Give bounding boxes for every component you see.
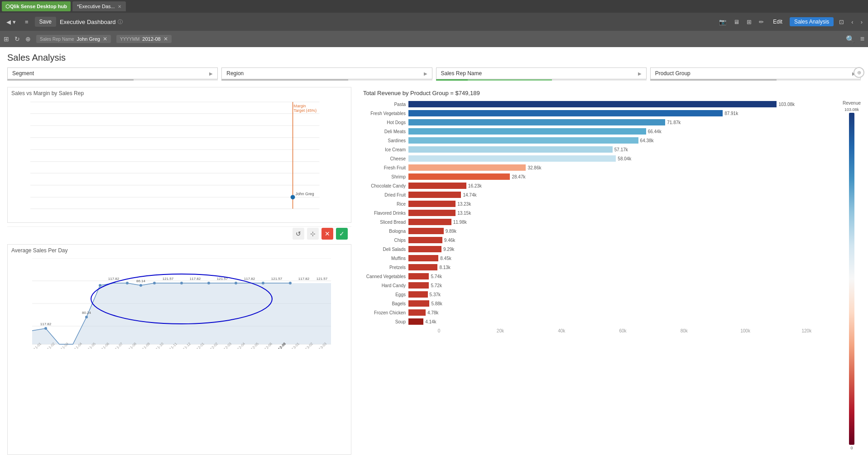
bar-value: 13.15k	[457, 211, 471, 216]
filter-search-icon[interactable]: 🔍	[846, 35, 855, 43]
salesrep-dropdown[interactable]: Sales Rep Name ▶	[436, 67, 647, 79]
hub-tab[interactable]: ⬡ Qlik Sense Desktop hub	[2, 1, 71, 11]
segment-dropdown[interactable]: Segment ▶	[7, 67, 218, 79]
scatter-chart-title: Sales vs Margin by Sales Rep	[8, 87, 351, 97]
filter-bar: ⊞ ↻ ⊕ Sales Rep Name John Greg ✕ YYYYMM …	[0, 31, 868, 47]
svg-text:2011-03: 2011-03	[57, 342, 70, 349]
cancel-annotation-button[interactable]: ✕	[321, 228, 333, 240]
bar-row: Deli Meats66.44k	[359, 127, 837, 135]
grid-icon[interactable]: ⊞	[745, 17, 753, 27]
menu-button[interactable]: ≡	[22, 17, 31, 27]
bar-chart-scroll[interactable]: Pasta103.08kFresh Vegetables87.91kHot Do…	[359, 99, 839, 455]
svg-text:117.82: 117.82	[108, 277, 120, 281]
bar-row: Sardines64.38k	[359, 136, 837, 144]
avg-sales-title: Average Sales Per Day	[8, 245, 351, 255]
bar-label: Frozen Chicken	[359, 310, 408, 315]
reset-annotation-button[interactable]: ↺	[293, 228, 304, 240]
productgroup-dropdown[interactable]: Product Group ▶	[650, 67, 861, 79]
expand-icon[interactable]: ⊕	[854, 67, 864, 78]
bar-chart-title: Total Revenue by Product Group = $749,18…	[359, 87, 839, 99]
svg-point-41	[180, 282, 183, 284]
screen-icon[interactable]: 🖥	[732, 17, 741, 27]
bar-track: 9.46k	[408, 237, 837, 243]
back-button[interactable]: ◀ ▾	[4, 17, 19, 27]
arrow-left-icon[interactable]: ‹	[849, 17, 855, 27]
bar-fill	[408, 228, 444, 234]
bar-value: 66.44k	[648, 129, 662, 134]
svg-point-42	[207, 282, 210, 284]
scatter-svg: 900k 800k 700k 600k 500k 400k 300k 200k …	[30, 101, 333, 210]
arrow-right-icon[interactable]: ›	[859, 17, 864, 27]
salesrep-bar	[436, 79, 647, 81]
refresh-icon: ↻	[14, 35, 20, 43]
bar-value: 14.74k	[463, 192, 476, 197]
grid2-icon[interactable]: ⊡	[837, 17, 846, 27]
annotation-bar: ↺ ⊹ ✕ ✓	[7, 226, 351, 241]
bar-label: Chocolate Candy	[359, 183, 408, 188]
bar-value: 57.17k	[614, 147, 628, 152]
bar-track: 14.74k	[408, 192, 837, 198]
bar-value: 16.23k	[468, 183, 482, 188]
analysis-button[interactable]: Sales Analysis	[790, 17, 834, 26]
color-scale: Revenue 103.08k 0	[843, 87, 861, 455]
productgroup-bar	[650, 79, 861, 81]
scatter-chart: Sales vs Margin by Sales Rep	[7, 87, 351, 223]
filter-salesrep-close[interactable]: ✕	[103, 36, 107, 42]
color-scale-max: 103.08k	[844, 107, 859, 112]
region-dropdown[interactable]: Region ▶	[221, 67, 432, 79]
scatter-point	[291, 195, 295, 199]
bar-value: 5.37k	[430, 292, 441, 297]
settings-icon: ⊕	[25, 35, 31, 43]
bar-value: 9.46k	[444, 238, 455, 243]
active-tab[interactable]: *Executive Das... ✕	[72, 1, 126, 11]
confirm-annotation-button[interactable]: ✓	[336, 228, 348, 240]
filter-menu-icon[interactable]: ≡	[860, 35, 864, 43]
bar-value: 71.87k	[667, 120, 681, 125]
edit-button[interactable]: Edit	[769, 17, 786, 26]
svg-point-44	[262, 282, 264, 284]
pencil-icon[interactable]: ✏	[757, 17, 766, 27]
camera-icon[interactable]: 📷	[717, 17, 728, 27]
bar-row: Deli Salads9.29k	[359, 245, 837, 253]
filter-salesrep[interactable]: Sales Rep Name John Greg ✕	[36, 35, 111, 43]
bar-row: Sliced Bread11.98k	[359, 218, 837, 226]
bar-value: 5.74k	[431, 274, 441, 279]
region-dropdown-wrapper: Region ▶	[221, 67, 432, 81]
bar-value: 5.72k	[431, 283, 441, 288]
bar-track: 28.47k	[408, 173, 837, 180]
tab-label: *Executive Das...	[77, 4, 115, 9]
back-icon: ◀	[6, 19, 11, 25]
bar-value: 9.29k	[443, 247, 454, 252]
svg-text:121.57: 121.57	[317, 277, 328, 281]
bar-label: Soup	[359, 319, 408, 324]
lasso-button[interactable]: ⊹	[307, 228, 319, 240]
resize-icon: ⊞	[4, 35, 9, 43]
svg-text:121.57: 121.57	[217, 277, 228, 281]
region-label: Region	[226, 70, 244, 77]
bar-track: 13.15k	[408, 210, 837, 216]
bar-fill	[408, 273, 429, 279]
filter-date[interactable]: YYYYMM 2012-08 ✕	[116, 35, 172, 43]
bar-label: Sardines	[359, 138, 408, 143]
bar-row: Shrimp28.47k	[359, 173, 837, 181]
svg-point-40	[153, 282, 156, 284]
filter-date-close[interactable]: ✕	[163, 36, 168, 42]
bar-track: 9.89k	[408, 228, 837, 234]
tab-bar: ⬡ Qlik Sense Desktop hub *Executive Das.…	[0, 0, 868, 13]
segment-label: Segment	[12, 70, 34, 77]
save-button[interactable]: Save	[35, 17, 56, 27]
svg-text:117.82: 117.82	[190, 277, 201, 281]
bar-label: Chips	[359, 238, 408, 243]
bar-row: Muffins8.45k	[359, 254, 837, 262]
tab-close-icon[interactable]: ✕	[118, 4, 121, 9]
bar-value: 87.91k	[724, 111, 738, 116]
bar-fill	[408, 119, 665, 125]
bar-track: 58.04k	[408, 155, 837, 162]
bar-label: Muffins	[359, 256, 408, 261]
app-title-text: Executive Dashboard	[60, 19, 116, 25]
info-icon: ⓘ	[118, 19, 123, 25]
bar-track: 71.87k	[408, 119, 837, 125]
svg-marker-33	[32, 283, 331, 344]
bar-track: 9.29k	[408, 246, 837, 252]
svg-text:117.82: 117.82	[244, 277, 255, 281]
